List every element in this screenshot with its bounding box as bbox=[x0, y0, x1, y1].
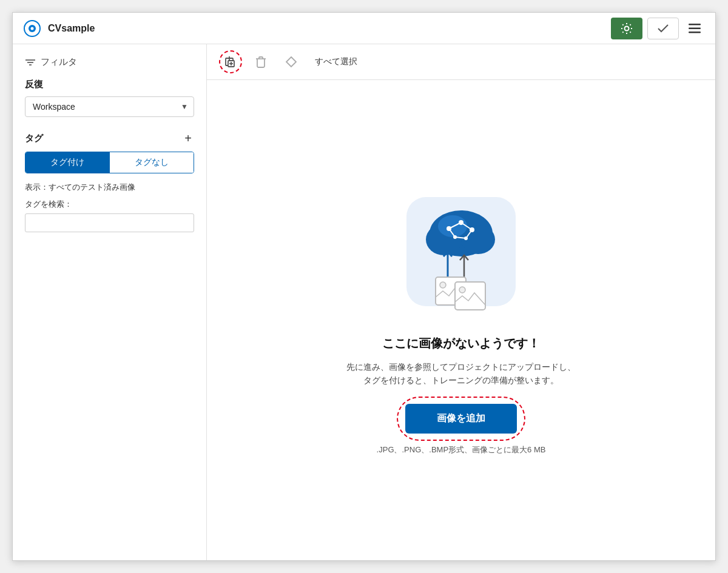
add-images-button-wrapper: 画像を追加 bbox=[405, 404, 517, 434]
svg-point-3 bbox=[625, 26, 629, 30]
app-title: CVsample bbox=[48, 23, 611, 34]
add-image-toolbar-button[interactable] bbox=[219, 50, 242, 73]
title-bar: CVsample bbox=[13, 13, 715, 44]
display-text: 表示：すべてのテスト済み画像 bbox=[25, 182, 194, 193]
tags-label: タグ bbox=[25, 133, 43, 144]
workspace-dropdown-wrapper: Workspace ▼ bbox=[25, 96, 194, 117]
app-logo bbox=[22, 19, 42, 38]
filter-label: フィルタ bbox=[41, 56, 77, 68]
search-tag-label: タグを検索： bbox=[25, 199, 194, 210]
svg-rect-5 bbox=[689, 27, 701, 29]
svg-point-37 bbox=[459, 287, 465, 293]
svg-rect-6 bbox=[689, 32, 701, 33]
svg-point-35 bbox=[440, 282, 446, 288]
add-images-button[interactable]: 画像を追加 bbox=[405, 404, 517, 434]
title-bar-actions bbox=[611, 18, 706, 39]
workspace-select[interactable]: Workspace bbox=[25, 96, 194, 117]
empty-state-description: 先に進み、画像を参照してプロジェクトにアップロードし、タグを付けると、トレーニン… bbox=[346, 360, 576, 387]
svg-marker-16 bbox=[286, 57, 296, 67]
empty-state-illustration bbox=[394, 185, 528, 318]
tag-with-button[interactable]: タグ付け bbox=[25, 152, 110, 173]
empty-state: ここに画像がないようです！ 先に進み、画像を参照してプロジェクトにアップロードし… bbox=[207, 80, 715, 560]
select-all-label[interactable]: すべて選択 bbox=[315, 56, 357, 67]
empty-state-title: ここに画像がないようです！ bbox=[382, 335, 540, 352]
checkmark-button[interactable] bbox=[647, 18, 679, 39]
svg-rect-36 bbox=[455, 282, 485, 310]
filter-header: フィルタ bbox=[25, 56, 194, 68]
sidebar: フィルタ 反復 Workspace ▼ タグ + タグ付け タグなし 表示：すべ… bbox=[13, 44, 207, 560]
add-tag-button[interactable]: + bbox=[182, 132, 194, 146]
tag-toggle: タグ付け タグなし bbox=[25, 152, 194, 173]
tags-header: タグ + bbox=[25, 132, 194, 146]
svg-point-2 bbox=[31, 27, 34, 30]
svg-rect-4 bbox=[689, 24, 701, 25]
tag-toolbar-button[interactable] bbox=[280, 50, 303, 73]
search-tag-input[interactable] bbox=[25, 213, 194, 232]
content-area: すべて選択 bbox=[207, 44, 715, 560]
delete-toolbar-button[interactable] bbox=[249, 50, 272, 73]
settings-button[interactable] bbox=[611, 18, 642, 39]
tag-without-button[interactable]: タグなし bbox=[110, 152, 194, 173]
repeat-label: 反復 bbox=[25, 79, 194, 90]
toolbar: すべて選択 bbox=[207, 44, 715, 80]
add-images-hint: .JPG、.PNG、.BMP形式、画像ごとに最大6 MB bbox=[377, 444, 546, 455]
hamburger-button[interactable] bbox=[684, 18, 706, 39]
